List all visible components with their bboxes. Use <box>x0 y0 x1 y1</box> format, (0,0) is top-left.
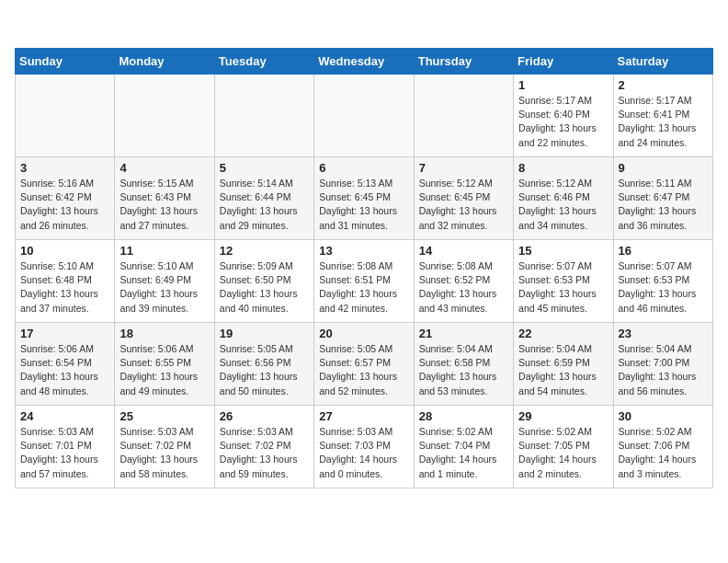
calendar-table: SundayMondayTuesdayWednesdayThursdayFrid… <box>15 48 713 488</box>
calendar-cell-24: 24Sunrise: 5:03 AMSunset: 7:01 PMDayligh… <box>16 406 115 488</box>
day-number: 8 <box>518 161 608 175</box>
day-number: 10 <box>20 244 109 258</box>
calendar-cell-18: 18Sunrise: 5:06 AMSunset: 6:55 PMDayligh… <box>115 323 214 406</box>
day-info: Sunrise: 5:04 AMSunset: 6:58 PMDaylight:… <box>419 342 508 398</box>
calendar-cell-16: 16Sunrise: 5:07 AMSunset: 6:53 PMDayligh… <box>613 240 712 323</box>
day-number: 30 <box>619 409 708 423</box>
day-number: 26 <box>220 409 309 423</box>
calendar-cell-9: 9Sunrise: 5:11 AMSunset: 6:47 PMDaylight… <box>613 157 712 240</box>
calendar-cell-6: 6Sunrise: 5:13 AMSunset: 6:45 PMDaylight… <box>314 157 414 240</box>
day-info: Sunrise: 5:13 AMSunset: 6:45 PMDaylight:… <box>319 177 408 233</box>
day-info: Sunrise: 5:10 AMSunset: 6:48 PMDaylight:… <box>20 259 109 316</box>
day-info: Sunrise: 5:17 AMSunset: 6:40 PMDaylight:… <box>518 94 608 150</box>
header <box>15 15 713 40</box>
calendar-cell-26: 26Sunrise: 5:03 AMSunset: 7:02 PMDayligh… <box>214 406 313 488</box>
day-info: Sunrise: 5:06 AMSunset: 6:54 PMDaylight:… <box>20 342 109 398</box>
day-info: Sunrise: 5:12 AMSunset: 6:45 PMDaylight:… <box>419 177 508 233</box>
calendar-cell-3: 3Sunrise: 5:16 AMSunset: 6:42 PMDaylight… <box>16 157 115 240</box>
calendar-cell-30: 30Sunrise: 5:02 AMSunset: 7:06 PMDayligh… <box>613 406 712 488</box>
day-info: Sunrise: 5:16 AMSunset: 6:42 PMDaylight:… <box>20 177 109 233</box>
day-info: Sunrise: 5:08 AMSunset: 6:51 PMDaylight:… <box>319 259 408 316</box>
day-number: 22 <box>518 327 608 340</box>
day-number: 12 <box>220 244 309 258</box>
calendar-cell-13: 13Sunrise: 5:08 AMSunset: 6:51 PMDayligh… <box>314 240 414 323</box>
day-info: Sunrise: 5:02 AMSunset: 7:04 PMDaylight:… <box>419 425 508 481</box>
day-info: Sunrise: 5:05 AMSunset: 6:57 PMDaylight:… <box>319 342 408 398</box>
calendar-cell-empty <box>115 75 214 157</box>
day-info: Sunrise: 5:07 AMSunset: 6:53 PMDaylight:… <box>518 259 608 316</box>
calendar-cell-4: 4Sunrise: 5:15 AMSunset: 6:43 PMDaylight… <box>115 157 214 240</box>
day-number: 24 <box>20 409 109 423</box>
day-number: 2 <box>619 78 708 92</box>
day-info: Sunrise: 5:11 AMSunset: 6:47 PMDaylight:… <box>619 177 708 233</box>
calendar-cell-1: 1Sunrise: 5:17 AMSunset: 6:40 PMDaylight… <box>514 75 613 157</box>
day-info: Sunrise: 5:08 AMSunset: 6:52 PMDaylight:… <box>419 259 508 316</box>
week-row-3: 10Sunrise: 5:10 AMSunset: 6:48 PMDayligh… <box>16 240 713 323</box>
week-row-2: 3Sunrise: 5:16 AMSunset: 6:42 PMDaylight… <box>16 157 713 240</box>
day-number: 14 <box>419 244 508 258</box>
day-number: 23 <box>619 327 708 340</box>
calendar-cell-empty <box>314 75 414 157</box>
logo <box>15 15 44 40</box>
day-number: 20 <box>319 327 408 340</box>
calendar-cell-17: 17Sunrise: 5:06 AMSunset: 6:54 PMDayligh… <box>16 323 115 406</box>
calendar-cell-2: 2Sunrise: 5:17 AMSunset: 6:41 PMDaylight… <box>613 75 712 157</box>
weekday-header-wednesday: Wednesday <box>314 49 414 75</box>
weekday-header-sunday: Sunday <box>16 49 115 75</box>
calendar-cell-25: 25Sunrise: 5:03 AMSunset: 7:02 PMDayligh… <box>115 406 214 488</box>
day-info: Sunrise: 5:10 AMSunset: 6:49 PMDaylight:… <box>119 259 209 316</box>
calendar-cell-19: 19Sunrise: 5:05 AMSunset: 6:56 PMDayligh… <box>214 323 313 406</box>
day-number: 1 <box>518 78 608 92</box>
day-number: 9 <box>619 161 708 175</box>
week-row-5: 24Sunrise: 5:03 AMSunset: 7:01 PMDayligh… <box>16 406 713 488</box>
day-number: 15 <box>518 244 608 258</box>
day-number: 4 <box>119 161 209 175</box>
day-info: Sunrise: 5:03 AMSunset: 7:03 PMDaylight:… <box>319 425 408 481</box>
calendar-cell-5: 5Sunrise: 5:14 AMSunset: 6:44 PMDaylight… <box>214 157 313 240</box>
day-info: Sunrise: 5:05 AMSunset: 6:56 PMDaylight:… <box>220 342 309 398</box>
calendar-cell-14: 14Sunrise: 5:08 AMSunset: 6:52 PMDayligh… <box>414 240 513 323</box>
calendar-cell-10: 10Sunrise: 5:10 AMSunset: 6:48 PMDayligh… <box>16 240 115 323</box>
day-number: 11 <box>119 244 209 258</box>
day-number: 27 <box>319 409 408 423</box>
calendar-cell-11: 11Sunrise: 5:10 AMSunset: 6:49 PMDayligh… <box>115 240 214 323</box>
weekday-header-tuesday: Tuesday <box>214 49 313 75</box>
calendar-cell-8: 8Sunrise: 5:12 AMSunset: 6:46 PMDaylight… <box>514 157 613 240</box>
day-number: 7 <box>419 161 508 175</box>
day-number: 18 <box>119 327 209 340</box>
day-number: 6 <box>319 161 408 175</box>
day-number: 21 <box>419 327 508 340</box>
day-number: 25 <box>119 409 209 423</box>
calendar-cell-empty <box>414 75 513 157</box>
day-info: Sunrise: 5:09 AMSunset: 6:50 PMDaylight:… <box>220 259 309 316</box>
weekday-header-row: SundayMondayTuesdayWednesdayThursdayFrid… <box>16 49 713 75</box>
calendar-cell-empty <box>214 75 313 157</box>
weekday-header-monday: Monday <box>115 49 214 75</box>
logo-icon <box>15 15 40 40</box>
day-info: Sunrise: 5:07 AMSunset: 6:53 PMDaylight:… <box>619 259 708 316</box>
day-info: Sunrise: 5:04 AMSunset: 6:59 PMDaylight:… <box>518 342 608 398</box>
day-info: Sunrise: 5:02 AMSunset: 7:05 PMDaylight:… <box>518 425 608 481</box>
week-row-4: 17Sunrise: 5:06 AMSunset: 6:54 PMDayligh… <box>16 323 713 406</box>
day-info: Sunrise: 5:15 AMSunset: 6:43 PMDaylight:… <box>119 177 209 233</box>
day-info: Sunrise: 5:04 AMSunset: 7:00 PMDaylight:… <box>619 342 708 398</box>
day-info: Sunrise: 5:03 AMSunset: 7:02 PMDaylight:… <box>220 425 309 481</box>
calendar-cell-21: 21Sunrise: 5:04 AMSunset: 6:58 PMDayligh… <box>414 323 513 406</box>
day-info: Sunrise: 5:14 AMSunset: 6:44 PMDaylight:… <box>220 177 309 233</box>
day-info: Sunrise: 5:03 AMSunset: 7:02 PMDaylight:… <box>119 425 209 481</box>
day-number: 29 <box>518 409 608 423</box>
day-number: 3 <box>20 161 109 175</box>
calendar-cell-23: 23Sunrise: 5:04 AMSunset: 7:00 PMDayligh… <box>613 323 712 406</box>
calendar-cell-22: 22Sunrise: 5:04 AMSunset: 6:59 PMDayligh… <box>514 323 613 406</box>
day-number: 5 <box>220 161 309 175</box>
calendar-cell-27: 27Sunrise: 5:03 AMSunset: 7:03 PMDayligh… <box>314 406 414 488</box>
day-number: 16 <box>619 244 708 258</box>
calendar-cell-28: 28Sunrise: 5:02 AMSunset: 7:04 PMDayligh… <box>414 406 513 488</box>
calendar-cell-29: 29Sunrise: 5:02 AMSunset: 7:05 PMDayligh… <box>514 406 613 488</box>
day-number: 13 <box>319 244 408 258</box>
day-info: Sunrise: 5:03 AMSunset: 7:01 PMDaylight:… <box>20 425 109 481</box>
weekday-header-saturday: Saturday <box>613 49 712 75</box>
weekday-header-friday: Friday <box>514 49 613 75</box>
day-number: 28 <box>419 409 508 423</box>
calendar-cell-15: 15Sunrise: 5:07 AMSunset: 6:53 PMDayligh… <box>514 240 613 323</box>
